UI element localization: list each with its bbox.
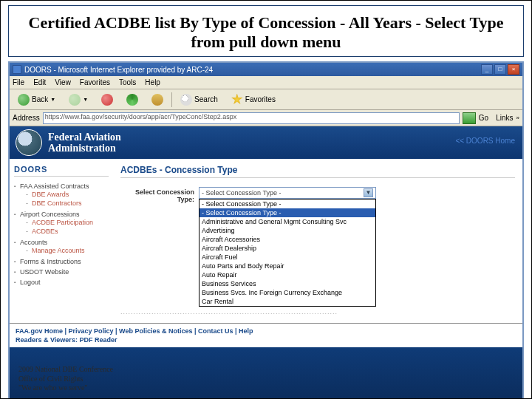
search-button[interactable]: Search xyxy=(175,92,223,108)
menu-favorites[interactable]: Favorites xyxy=(80,78,110,86)
menu-view[interactable]: View xyxy=(55,78,71,86)
favorites-button[interactable]: Favorites xyxy=(226,92,281,108)
footer-row-1[interactable]: FAA.gov Home | Privacy Policy | Web Poli… xyxy=(16,327,516,335)
menu-file[interactable]: File xyxy=(13,78,24,86)
dropdown-option[interactable]: Car Rental xyxy=(200,297,375,306)
main-panel: ACDBEs - Concession Type Select Concessi… xyxy=(113,159,522,323)
home-icon xyxy=(151,94,163,106)
divider-dots: ········································… xyxy=(120,310,515,317)
sidebar-item[interactable]: AccountsManage Accounts xyxy=(14,237,109,256)
home-button[interactable] xyxy=(146,92,168,108)
stop-icon xyxy=(101,94,113,106)
doors-home-link[interactable]: << DOORS Home xyxy=(455,137,515,145)
select-current-value: - Select Concession Type - xyxy=(202,189,281,197)
slide-footnote: 2009 National DBE Conference Office of C… xyxy=(18,365,113,393)
back-button[interactable]: Back ▼ xyxy=(13,92,61,108)
dropdown-option[interactable]: Aircraft Dealership xyxy=(200,244,375,253)
sidebar-subitem[interactable]: DBE Awards xyxy=(26,190,109,199)
back-icon xyxy=(18,94,30,106)
main-title: ACDBEs - Concession Type xyxy=(120,165,515,178)
window-title: DOORS - Microsoft Internet Explorer prov… xyxy=(24,66,481,74)
footer-banner: 2009 National DBE Conference Office of C… xyxy=(10,347,522,399)
refresh-icon xyxy=(126,94,138,106)
sidebar-item[interactable]: FAA Assisted ContractsDBE AwardsDBE Cont… xyxy=(14,181,109,209)
sidebar-item[interactable]: Airport ConcessionsACDBE ParticipationAC… xyxy=(14,209,109,237)
menu-bar: File Edit View Favorites Tools Help xyxy=(10,76,522,89)
menu-help[interactable]: Help xyxy=(145,78,160,86)
go-label: Go xyxy=(479,114,488,122)
address-bar: Address https://www.faa.gov/security/doo… xyxy=(10,110,522,126)
sidebar-item[interactable]: Forms & Instructions xyxy=(14,256,109,267)
dropdown-option[interactable]: Aircraft Fuel xyxy=(200,253,375,262)
dropdown-option[interactable]: Auto Repair xyxy=(200,270,375,279)
go-button[interactable] xyxy=(463,112,476,124)
sidebar-item[interactable]: USDOT Website xyxy=(14,267,109,277)
dropdown-option[interactable]: Business Services xyxy=(200,279,375,288)
chevron-down-icon: ▼ xyxy=(364,188,373,197)
refresh-button[interactable] xyxy=(121,92,143,108)
address-label: Address xyxy=(13,114,40,122)
agency-title: Federal Aviation Administration xyxy=(48,132,121,154)
sidebar-title: DOORS xyxy=(14,165,109,177)
menu-tools[interactable]: Tools xyxy=(119,78,136,86)
toolbar: Back ▼ ▼ Search Favorites xyxy=(10,89,522,110)
sidebar-subitem[interactable]: Manage Accounts xyxy=(26,246,109,255)
sidebar: DOORS FAA Assisted ContractsDBE AwardsDB… xyxy=(10,159,113,323)
sidebar-subitem[interactable]: ACDBE Participation xyxy=(26,218,109,227)
slide-title: Certified ACDBE list By Type of Concessi… xyxy=(8,5,524,57)
faa-seal-icon xyxy=(16,129,42,156)
sidebar-subitem[interactable]: ACDBEs xyxy=(26,227,109,236)
page-content: Federal Aviation Administration << DOORS… xyxy=(10,126,522,399)
address-input[interactable]: https://www.faa.gov/security/doors/app/a… xyxy=(43,112,460,124)
dropdown-option[interactable]: - Select Concession Type - xyxy=(200,208,375,217)
dropdown-option[interactable]: Administrative and General Mgmt Consulti… xyxy=(200,217,375,226)
select-label: Select Concession Type: xyxy=(120,187,194,203)
app-header: Federal Aviation Administration << DOORS… xyxy=(10,126,522,159)
sidebar-subitem[interactable]: DBE Contractors xyxy=(26,199,109,208)
sidebar-item[interactable]: Logout xyxy=(14,277,109,287)
close-button[interactable]: × xyxy=(508,64,519,75)
dropdown-option[interactable]: Aircraft Accessories xyxy=(200,235,375,244)
minimize-button[interactable]: _ xyxy=(481,64,493,75)
dropdown-option[interactable]: Auto Parts and Body Repair xyxy=(200,262,375,270)
maximize-button[interactable]: □ xyxy=(494,64,506,75)
forward-button[interactable]: ▼ xyxy=(64,92,93,108)
links-label[interactable]: Links xyxy=(496,114,513,122)
menu-edit[interactable]: Edit xyxy=(33,78,46,86)
footer-links: FAA.gov Home | Privacy Policy | Web Poli… xyxy=(10,323,522,347)
dropdown-option[interactable]: Business Svcs. Inc Foreign Currency Exch… xyxy=(200,288,375,297)
footer-row-2[interactable]: Readers & Viewers: PDF Reader xyxy=(16,335,516,344)
window-titlebar: DOORS - Microsoft Internet Explorer prov… xyxy=(10,63,522,76)
favorites-icon xyxy=(231,94,243,106)
dropdown-option[interactable]: - Select Concession Type - xyxy=(200,200,375,208)
dropdown-option[interactable]: Advertising xyxy=(200,226,375,235)
concession-type-dropdown[interactable]: - Select Concession Type -- Select Conce… xyxy=(199,199,376,307)
stop-button[interactable] xyxy=(96,92,118,108)
forward-icon xyxy=(69,94,81,106)
search-icon xyxy=(180,94,192,106)
window-app-icon xyxy=(13,65,21,74)
concession-type-select[interactable]: - Select Concession Type - ▼ xyxy=(199,187,376,199)
browser-window: DOORS - Microsoft Internet Explorer prov… xyxy=(8,61,524,399)
